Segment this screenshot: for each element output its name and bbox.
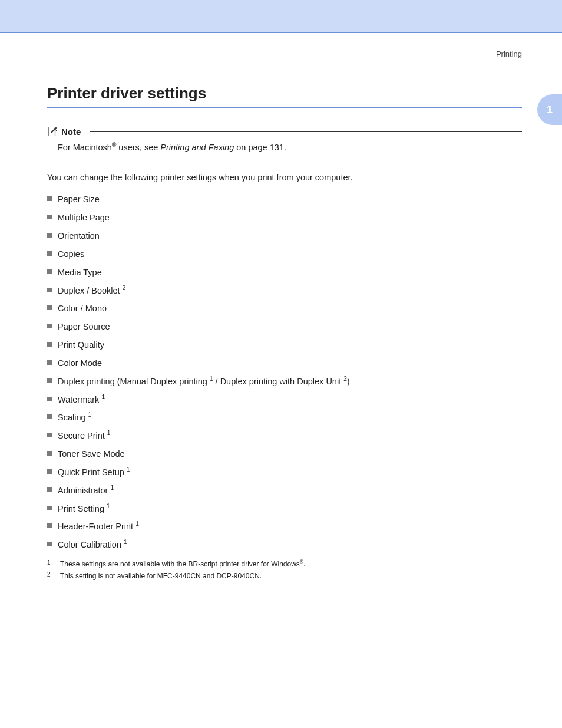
note-end-rule <box>47 162 522 162</box>
list-item: Color / Mono <box>47 299 522 318</box>
list-item: Color Calibration 1 <box>47 536 522 554</box>
list-item: Multiple Page <box>47 209 522 227</box>
list-item: Duplex / Booklet 2 <box>47 282 522 300</box>
footnote-ref: 1 <box>88 412 92 419</box>
footnote-ref: 1 <box>210 375 213 382</box>
section-label: Printing <box>47 50 522 58</box>
footnote-ref: 2 <box>343 375 347 382</box>
list-item: Paper Source <box>47 318 522 336</box>
list-item: Header-Footer Print 1 <box>47 518 522 536</box>
page-body: Printing Printer driver settings Note Fo… <box>0 33 562 607</box>
intro-text: You can change the following printer set… <box>47 173 522 182</box>
list-item: Print Setting 1 <box>47 500 522 518</box>
list-item: Administrator 1 <box>47 482 522 500</box>
footnote-ref: 1 <box>101 394 105 400</box>
list-item: Duplex printing (Manual Duplex printing … <box>47 373 522 391</box>
settings-list: Paper SizeMultiple PageOrientationCopies… <box>47 190 522 554</box>
page-title: Printer driver settings <box>47 84 522 108</box>
list-item: Watermark 1 <box>47 391 522 409</box>
note-label: Note <box>61 127 81 137</box>
list-item: Orientation <box>47 227 522 245</box>
note-text-a: For Macintosh <box>58 143 112 152</box>
footnote-text: These settings are not available with th… <box>60 560 305 568</box>
note-text-b: users, see <box>116 143 160 152</box>
list-item: Scaling 1 <box>47 409 522 427</box>
top-band <box>0 0 562 33</box>
footnote-ref: 2 <box>123 285 126 291</box>
footnote-ref: 1 <box>107 503 110 509</box>
note-block: Note For Macintosh® users, see Printing … <box>47 126 522 162</box>
note-link[interactable]: Printing and Faxing <box>160 143 234 152</box>
note-body: For Macintosh® users, see Printing and F… <box>58 141 522 153</box>
list-item: Quick Print Setup 1 <box>47 463 522 482</box>
footnote-text: This setting is not available for MFC-94… <box>60 572 262 580</box>
footnote-ref: 1 <box>107 430 111 436</box>
note-head: Note <box>47 126 522 137</box>
note-rule <box>90 131 522 132</box>
list-item: Color Mode <box>47 354 522 373</box>
footnotes: 1These settings are not available with t… <box>47 560 522 580</box>
note-icon <box>47 126 58 137</box>
list-item: Copies <box>47 245 522 263</box>
footnote-ref: 1 <box>127 466 130 473</box>
footnote: 2This setting is not available for MFC-9… <box>47 572 522 580</box>
footnote: 1These settings are not available with t… <box>47 560 522 568</box>
footnote-ref: 1 <box>110 485 114 491</box>
list-item: Media Type <box>47 263 522 282</box>
list-item: Toner Save Mode <box>47 445 522 463</box>
footnote-number: 2 <box>47 571 52 579</box>
footnote-ref: 1 <box>135 521 139 528</box>
registered-mark: ® <box>300 559 303 565</box>
list-item: Paper Size <box>47 190 522 209</box>
footnote-ref: 1 <box>124 539 127 546</box>
note-text-c: on page 131. <box>234 143 286 152</box>
list-item: Secure Print 1 <box>47 427 522 445</box>
footnote-number: 1 <box>47 559 52 568</box>
list-item: Print Quality <box>47 336 522 354</box>
